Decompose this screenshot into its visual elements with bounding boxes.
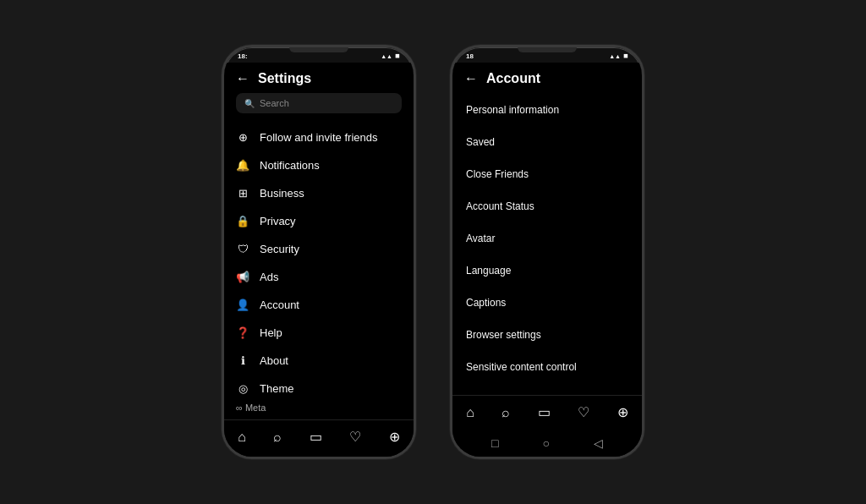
phones-container: 18: ▲▲ ◼ ← Settings 🔍 Search ⊕ Follow an… [222,45,644,459]
menu-item-follow[interactable]: ⊕ Follow and invite friends [224,123,414,151]
personal-info-label: Personal information [466,104,559,116]
android-square-btn[interactable]: □ [491,436,498,450]
menu-item-business[interactable]: ⊞ Business [224,179,414,207]
security-label: Security [260,243,299,255]
theme-icon: ◎ [236,382,249,395]
notifications-icon: 🔔 [236,159,249,172]
about-label: About [260,354,288,367]
search-placeholder: Search [260,98,289,108]
account-list: Personal information Saved Close Friends… [452,93,642,395]
help-icon: ❓ [236,326,249,339]
settings-title: Settings [258,71,311,86]
right-profile-nav-icon[interactable]: ⊕ [617,404,628,420]
account-item-personal[interactable]: Personal information [452,93,642,125]
notifications-label: Notifications [260,159,320,172]
account-item-browser[interactable]: Browser settings [452,318,642,350]
follow-icon: ⊕ [236,131,249,144]
language-label: Language [466,265,511,277]
right-status-icons: ▲▲ ◼ [609,52,628,59]
right-battery-icon: ◼ [623,52,628,59]
menu-item-account[interactable]: 👤 Account [224,291,414,319]
search-icon: 🔍 [244,99,255,108]
profile-nav-icon[interactable]: ⊕ [389,429,400,445]
right-search-nav-icon[interactable]: ⌕ [502,405,510,420]
battery-icon: ◼ [395,52,400,59]
left-time: 18: [238,52,248,60]
follow-label: Follow and invite friends [260,131,377,144]
account-item-close-friends[interactable]: Close Friends [452,157,642,189]
menu-item-theme[interactable]: ◎ Theme [224,375,414,397]
account-item-saved[interactable]: Saved [452,125,642,157]
account-item-avatar[interactable]: Avatar [452,222,642,254]
browser-settings-label: Browser settings [466,329,541,341]
signal-icon: ▲▲ [381,53,392,59]
account-item-language[interactable]: Language [452,254,642,286]
about-icon: ℹ [236,354,249,367]
left-bottom-nav: ⌂ ⌕ ▭ ♡ ⊕ [224,419,414,457]
menu-item-notifications[interactable]: 🔔 Notifications [224,151,414,179]
right-signal-icon: ▲▲ [609,53,621,59]
search-nav-icon[interactable]: ⌕ [273,430,282,445]
left-status-icons: ▲▲ ◼ [381,52,400,59]
right-bottom-nav: ⌂ ⌕ ▭ ♡ ⊕ [452,395,642,432]
account-item-captions[interactable]: Captions [452,286,642,318]
business-icon: ⊞ [236,187,249,200]
privacy-label: Privacy [260,215,296,227]
right-likes-nav-icon[interactable]: ♡ [578,404,589,420]
meta-footer: ∞ Meta [224,397,414,419]
security-icon: 🛡 [236,243,249,255]
right-home-nav-icon[interactable]: ⌂ [466,405,474,420]
android-back-btn[interactable]: ◁ [594,436,603,450]
close-friends-label: Close Friends [466,168,529,180]
right-header: ← Account [452,63,642,93]
menu-item-about[interactable]: ℹ About [224,347,414,375]
android-nav-bar: □ ○ ◁ [452,432,642,457]
settings-menu-list: ⊕ Follow and invite friends 🔔 Notificati… [224,120,414,397]
avatar-label: Avatar [466,233,495,244]
back-button[interactable]: ← [236,71,249,86]
likes-nav-icon[interactable]: ♡ [349,429,361,445]
menu-item-privacy[interactable]: 🔒 Privacy [224,207,414,235]
right-time: 18 [466,52,474,60]
account-item-sensitive[interactable]: Sensitive content control [452,350,642,382]
help-label: Help [260,326,282,339]
meta-logo: ∞ Meta [236,403,266,413]
left-status-bar: 18: ▲▲ ◼ [224,47,414,63]
captions-label: Captions [466,297,506,309]
left-header: ← Settings [224,63,414,93]
right-reels-nav-icon[interactable]: ▭ [538,404,551,420]
home-nav-icon[interactable]: ⌂ [238,430,246,445]
account-item-contacts[interactable]: Contacts syncing [452,382,642,395]
privacy-icon: 🔒 [236,215,249,227]
ads-icon: 📢 [236,271,249,283]
menu-item-security[interactable]: 🛡 Security [224,235,414,263]
sensitive-content-label: Sensitive content control [466,361,577,373]
android-circle-btn[interactable]: ○ [542,436,549,450]
saved-label: Saved [466,136,495,148]
theme-label: Theme [260,382,293,395]
right-screen: ← Account Personal information Saved Clo… [452,63,642,457]
account-title: Account [486,71,540,86]
account-icon: 👤 [236,299,249,311]
account-status-label: Account Status [466,200,534,212]
ads-label: Ads [260,271,278,283]
menu-item-help[interactable]: ❓ Help [224,319,414,347]
reels-nav-icon[interactable]: ▭ [310,429,322,445]
account-back-button[interactable]: ← [464,71,478,86]
right-status-bar: 18 ▲▲ ◼ [452,47,642,63]
right-phone: 18 ▲▲ ◼ ← Account Personal information S… [450,45,644,459]
menu-item-ads[interactable]: 📢 Ads [224,263,414,291]
search-bar[interactable]: 🔍 Search [236,93,402,113]
left-phone: 18: ▲▲ ◼ ← Settings 🔍 Search ⊕ Follow an… [222,45,416,459]
account-item-status[interactable]: Account Status [452,189,642,222]
account-label: Account [260,299,299,311]
business-label: Business [260,187,304,200]
left-screen: ← Settings 🔍 Search ⊕ Follow and invite … [224,63,414,457]
